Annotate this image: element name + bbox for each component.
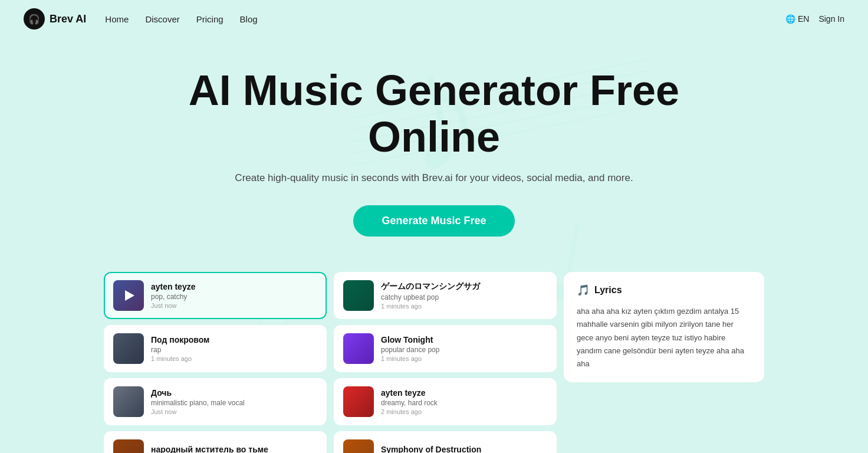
card-info-1: ayten teyze pop, catchy Just now (151, 282, 317, 309)
lyrics-title: Lyrics (594, 285, 622, 296)
globe-icon: 🌐 (785, 14, 795, 24)
right-cards-column: ゲームのロマンシングサガ catchy upbeat pop 1 minutes… (334, 272, 557, 453)
nav-pricing[interactable]: Pricing (196, 14, 223, 24)
logo-icon: 🎧 (24, 8, 45, 29)
sign-in-button[interactable]: Sign In (818, 14, 844, 24)
card-genre-6: popular dance pop (381, 346, 547, 354)
play-overlay (113, 280, 144, 311)
card-title-1: ayten teyze (151, 282, 317, 291)
card-info-6: Glow Tonight popular dance pop 1 minutes… (381, 335, 547, 362)
lyrics-header: 🎵 Lyrics (577, 284, 751, 297)
hero-title-line1: AI Music Generator Free (189, 67, 679, 114)
card-thumbnail-1 (113, 280, 144, 311)
card-info-2: Под покровом rap 1 minutes ago (151, 335, 317, 362)
left-cards-column: ayten teyze pop, catchy Just now Под пок… (104, 272, 327, 453)
nav-blog[interactable]: Blog (240, 14, 258, 24)
card-title-4: народный мститель во тьме (151, 445, 317, 453)
generate-music-button[interactable]: Generate Music Free (353, 205, 514, 237)
card-time-5: 1 minutes ago (381, 303, 547, 310)
card-thumbnail-7 (343, 386, 374, 417)
card-time-7: 2 minutes ago (381, 408, 547, 415)
content-section: ayten teyze pop, catchy Just now Под пок… (80, 254, 788, 453)
card-info-7: ayten teyze dreamy, hard rock 2 minutes … (381, 388, 547, 415)
card-title-6: Glow Tonight (381, 335, 547, 344)
card-time-3: Just now (151, 408, 317, 415)
nav-links: Home Discover Pricing Blog (105, 14, 785, 24)
brand-logo[interactable]: 🎧 Brev AI (24, 8, 86, 29)
card-title-7: ayten teyze (381, 388, 547, 398)
card-thumbnail-2 (113, 333, 144, 364)
card-thumbnail-6 (343, 333, 374, 364)
card-genre-5: catchy upbeat pop (381, 293, 547, 301)
card-info-5: ゲームのロマンシングサガ catchy upbeat pop 1 minutes… (381, 281, 547, 310)
card-thumbnail-3 (113, 386, 144, 417)
language-label: EN (798, 14, 809, 24)
language-selector[interactable]: 🌐 EN (785, 14, 809, 24)
card-thumbnail-4 (113, 439, 144, 453)
hero-title-line2: Online (368, 113, 500, 160)
card-title-3: Дочь (151, 388, 317, 398)
music-card-4[interactable]: народный мститель во тьме hard rock, har… (104, 431, 327, 453)
card-info-8: Symphony of Destruction symphonic metal … (381, 445, 547, 453)
card-title-5: ゲームのロマンシングサガ (381, 281, 547, 292)
music-card-6[interactable]: Glow Tonight popular dance pop 1 minutes… (334, 325, 557, 372)
nav-discover[interactable]: Discover (145, 14, 179, 24)
music-card-5[interactable]: ゲームのロマンシングサガ catchy upbeat pop 1 minutes… (334, 272, 557, 319)
hero-section: AI Music Generator Free Online Create hi… (0, 38, 868, 254)
lyrics-panel: 🎵 Lyrics aha aha aha kız ayten çıktım ge… (564, 272, 764, 382)
card-title-2: Под покровом (151, 335, 317, 344)
music-card-3[interactable]: Дочь minimalistic piano, male vocal Just… (104, 378, 327, 425)
card-genre-7: dreamy, hard rock (381, 399, 547, 407)
navbar: 🎧 Brev AI Home Discover Pricing Blog 🌐 E… (0, 0, 868, 38)
hero-subtitle: Create high-quality music in seconds wit… (12, 172, 856, 184)
brand-name: Brev AI (50, 13, 86, 25)
card-time-2: 1 minutes ago (151, 355, 317, 362)
lyrics-icon: 🎵 (577, 284, 590, 297)
nav-home[interactable]: Home (105, 14, 129, 24)
music-card-2[interactable]: Под покровом rap 1 minutes ago (104, 325, 327, 372)
hero-title: AI Music Generator Free Online (12, 67, 856, 160)
card-time-1: Just now (151, 302, 317, 309)
nav-right: 🌐 EN Sign In (785, 14, 844, 24)
music-card-7[interactable]: ayten teyze dreamy, hard rock 2 minutes … (334, 378, 557, 425)
card-time-6: 1 minutes ago (381, 355, 547, 362)
play-icon (125, 290, 134, 301)
card-genre-3: minimalistic piano, male vocal (151, 399, 317, 407)
card-info-4: народный мститель во тьме hard rock, har… (151, 445, 317, 453)
card-thumbnail-8 (343, 439, 374, 453)
card-title-8: Symphony of Destruction (381, 445, 547, 453)
music-card-1[interactable]: ayten teyze pop, catchy Just now (104, 272, 327, 319)
card-info-3: Дочь minimalistic piano, male vocal Just… (151, 388, 317, 415)
card-genre-1: pop, catchy (151, 293, 317, 301)
card-thumbnail-5 (343, 280, 374, 311)
lyrics-content: aha aha aha kız ayten çıktım gezdim anta… (577, 305, 751, 370)
card-genre-2: rap (151, 346, 317, 354)
music-card-8[interactable]: Symphony of Destruction symphonic metal … (334, 431, 557, 453)
